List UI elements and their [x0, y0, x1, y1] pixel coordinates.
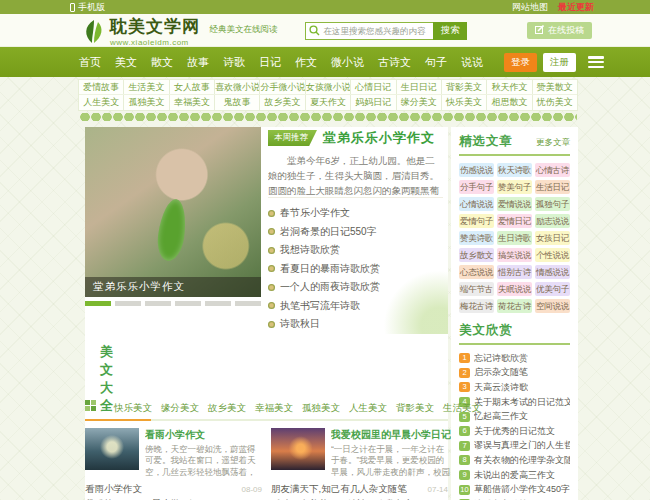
- featured-link-item[interactable]: 执笔书写流年诗歌: [268, 297, 443, 316]
- category-link[interactable]: 孤独美文: [124, 95, 169, 110]
- tag-link[interactable]: 赞美句子: [497, 180, 532, 194]
- ranking-item[interactable]: 10草船借箭小学作文450字: [459, 482, 570, 497]
- tag-link[interactable]: 情感说说: [535, 265, 570, 279]
- nav-item-home[interactable]: 首页: [79, 55, 101, 70]
- category-link[interactable]: 忧伤美文: [533, 95, 577, 110]
- tag-link[interactable]: 爱情日记: [497, 214, 532, 228]
- category-link[interactable]: 快乐美文: [442, 95, 487, 110]
- nav-item-shuoshuo[interactable]: 说说: [461, 55, 483, 70]
- tag-link[interactable]: 荷花古诗: [497, 299, 532, 313]
- category-link[interactable]: 相思散文: [487, 95, 532, 110]
- featured-link-item[interactable]: 诗歌秋日: [268, 315, 443, 334]
- tag-link[interactable]: 搞笑说说: [497, 248, 532, 262]
- ranking-item[interactable]: 8有关衣物的伦理学杂文随笔: [459, 453, 570, 468]
- ranking-item[interactable]: 7谬误与真理之门的人生哲理: [459, 439, 570, 454]
- carousel-pagination[interactable]: [85, 301, 262, 306]
- category-link[interactable]: 分手微小说: [260, 80, 305, 94]
- article-thumbnail[interactable]: [85, 428, 139, 470]
- ranking-item[interactable]: 2启示杂文随笔: [459, 366, 570, 381]
- category-link[interactable]: 生日日记: [397, 80, 442, 94]
- ranking-item[interactable]: 6关于优秀的日记范文: [459, 424, 570, 439]
- tag-link[interactable]: 励志说说: [535, 214, 570, 228]
- more-articles-link[interactable]: 更多文章: [536, 137, 570, 149]
- category-link[interactable]: 背影美文: [442, 80, 487, 94]
- nav-item-weixiaoshuo[interactable]: 微小说: [331, 55, 364, 70]
- featured-hero-image[interactable]: 堂弟乐乐小学作文: [85, 127, 261, 297]
- tag-link[interactable]: 秋天诗歌: [497, 163, 532, 177]
- featured-link-item[interactable]: 春节乐小学作文: [268, 204, 443, 223]
- category-link[interactable]: 心情日记: [351, 80, 396, 94]
- tag-link[interactable]: 心态说说: [459, 265, 494, 279]
- category-link[interactable]: 喜欢微小说: [215, 80, 260, 94]
- tag-link[interactable]: 故乡散文: [459, 248, 494, 262]
- tag-link[interactable]: 惜别古诗: [497, 265, 532, 279]
- tag-link[interactable]: 分手句子: [459, 180, 494, 194]
- featured-link-item[interactable]: 我想诗歌欣赏: [268, 241, 443, 260]
- tag-link[interactable]: 女孩日记: [535, 231, 570, 245]
- meiwen-tab[interactable]: 背影美文: [396, 402, 434, 415]
- article-card[interactable]: 我爱校园里的早晨小学日记 “一日之计在于晨，一年之计在于春。”我爱早晨，更爱校园…: [271, 428, 448, 478]
- featured-link-item[interactable]: 一个人的雨夜诗歌欣赏: [268, 278, 443, 297]
- ranking-item[interactable]: 3天高云淡诗歌: [459, 380, 570, 395]
- featured-title-link[interactable]: 堂弟乐乐小学作文: [323, 129, 435, 147]
- nav-item-zuowen[interactable]: 作文: [295, 55, 317, 70]
- article-thumbnail[interactable]: [271, 428, 325, 470]
- tag-link[interactable]: 心情古诗: [535, 163, 570, 177]
- category-link[interactable]: 幸福美文: [170, 95, 215, 110]
- nav-item-meiwen[interactable]: 美文: [115, 55, 137, 70]
- meiwen-tab[interactable]: 生活美文: [443, 402, 481, 415]
- submit-article-button[interactable]: 在线投稿: [527, 22, 592, 39]
- nav-item-juzi[interactable]: 句子: [425, 55, 447, 70]
- category-link[interactable]: 生活美文: [124, 80, 169, 94]
- tag-link[interactable]: 个性说说: [535, 248, 570, 262]
- card-title-link[interactable]: 我爱校园里的早晨小学日记: [331, 428, 451, 442]
- article-row[interactable]: 看雨小学作文08-09: [85, 483, 262, 498]
- category-link[interactable]: 缘分美文: [397, 95, 442, 110]
- search-input[interactable]: [323, 26, 431, 36]
- nav-item-riji[interactable]: 日记: [259, 55, 281, 70]
- featured-link-item[interactable]: 岩洞奇景的日记550字: [268, 223, 443, 242]
- tag-link[interactable]: 心情说说: [459, 197, 494, 211]
- tag-link[interactable]: 生活日记: [535, 180, 570, 194]
- recent-update-link[interactable]: 最近更新: [558, 1, 594, 14]
- tag-link[interactable]: 爱情说说: [497, 197, 532, 211]
- category-link[interactable]: 女孩微小说: [306, 80, 351, 94]
- nav-item-sanwen[interactable]: 散文: [151, 55, 173, 70]
- register-button[interactable]: 注册: [543, 53, 576, 72]
- article-row[interactable]: 朋友满天下,知己有几人杂文随笔07-14: [271, 483, 448, 498]
- category-link[interactable]: 女人故事: [170, 80, 215, 94]
- category-link[interactable]: 人生美文: [79, 95, 124, 110]
- tag-link[interactable]: 孤独句子: [535, 197, 570, 211]
- article-card[interactable]: 看雨小学作文 傍晚，天空一碧如洗，蔚蓝得可爱。我站在窗口，遥望着天空，几丝云彩轻…: [85, 428, 262, 478]
- category-link[interactable]: 秋天作文: [487, 80, 532, 94]
- meiwen-tab[interactable]: 缘分美文: [161, 402, 199, 415]
- tag-link[interactable]: 端午节古: [459, 282, 494, 296]
- tag-link[interactable]: 赞美诗歌: [459, 231, 494, 245]
- category-link[interactable]: 爱情故事: [79, 80, 124, 94]
- category-link[interactable]: 鬼故事: [215, 95, 260, 110]
- card-title-link[interactable]: 看雨小学作文: [145, 428, 262, 442]
- category-link[interactable]: 夏天作文: [306, 95, 351, 110]
- tag-link[interactable]: 伤感说说: [459, 163, 494, 177]
- ranking-item[interactable]: 9未说出的爱高三作文: [459, 468, 570, 483]
- category-link[interactable]: 妈妈日记: [351, 95, 396, 110]
- tag-link[interactable]: 空间说说: [535, 299, 570, 313]
- tag-link[interactable]: 梅花古诗: [459, 299, 494, 313]
- meiwen-tab[interactable]: 快乐美文: [114, 402, 152, 415]
- site-logo[interactable]: 耽美文学网 经典美文在线阅读 www.xiaoleidm.com: [82, 15, 277, 47]
- ranking-item[interactable]: 1忘记诗歌欣赏: [459, 351, 570, 366]
- tag-link[interactable]: 生日诗歌: [497, 231, 532, 245]
- meiwen-tab[interactable]: 孤独美文: [302, 402, 340, 415]
- tag-link[interactable]: 失眠说说: [497, 282, 532, 296]
- nav-item-shige[interactable]: 诗歌: [223, 55, 245, 70]
- nav-item-gushiwen[interactable]: 古诗文: [378, 55, 411, 70]
- featured-link-item[interactable]: 看夏日的暴雨诗歌欣赏: [268, 260, 443, 279]
- category-link[interactable]: 赞美散文: [533, 80, 577, 94]
- menu-icon[interactable]: [588, 56, 604, 68]
- nav-item-gushi[interactable]: 故事: [187, 55, 209, 70]
- meiwen-tab[interactable]: 幸福美文: [255, 402, 293, 415]
- mobile-version-link[interactable]: 手机版: [70, 1, 105, 14]
- tag-link[interactable]: 优美句子: [535, 282, 570, 296]
- login-button[interactable]: 登录: [504, 53, 537, 72]
- meiwen-tab[interactable]: 人生美文: [349, 402, 387, 415]
